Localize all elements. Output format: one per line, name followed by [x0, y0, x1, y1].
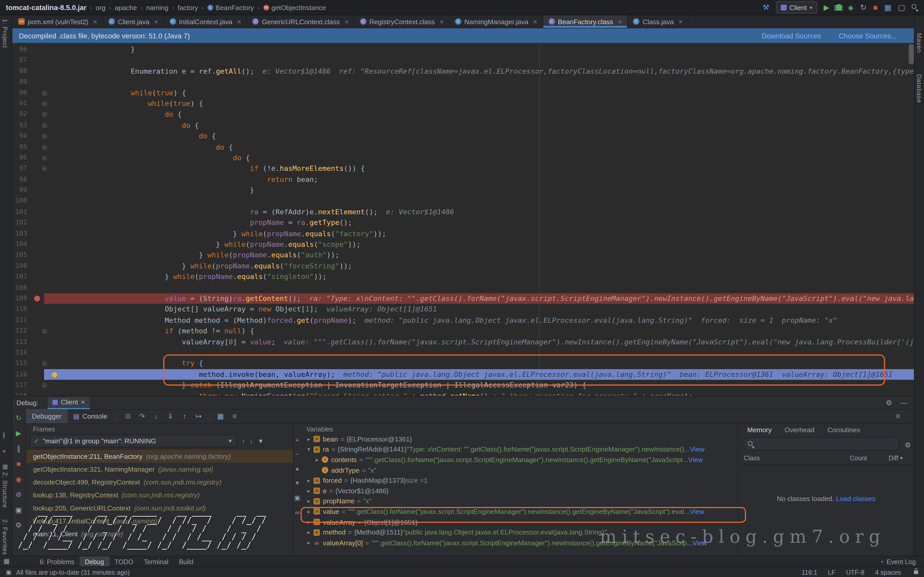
fold-icon[interactable]	[42, 329, 47, 333]
variable-row[interactable]: ▸≡propName="x"	[302, 496, 738, 506]
thread-selector[interactable]: ✓ "main"@1 in group "main": RUNNING ▼	[29, 435, 237, 447]
grid-stripe-icon[interactable]: ▦	[2, 463, 8, 470]
tool-window-switcher-icon[interactable]: ▦	[3, 558, 10, 566]
choose-sources-link[interactable]: Choose Sources...	[839, 31, 897, 40]
breadcrumb-item[interactable]: org	[96, 4, 105, 11]
remove-watch-button[interactable]: −	[296, 451, 299, 458]
gutter[interactable]	[28, 369, 97, 380]
rerun-button[interactable]: ↻	[16, 414, 22, 421]
restart-button[interactable]: ↻	[860, 3, 866, 11]
chevron-icon[interactable]: ▸	[313, 457, 320, 463]
watches-icon[interactable]: ∞	[295, 509, 300, 516]
gutter[interactable]	[28, 109, 97, 120]
gutter[interactable]	[28, 77, 97, 88]
editor-tab[interactable]: CClass.java×	[628, 15, 689, 27]
line-ending[interactable]: LF	[828, 569, 835, 575]
stack-frame-row[interactable]: getObjectInstance:321, NamingManager(jav…	[26, 463, 293, 476]
gutter[interactable]	[28, 88, 97, 98]
search-icon[interactable]	[912, 4, 918, 11]
force-step-into-button[interactable]: ⇓	[163, 412, 178, 421]
step-out-button[interactable]: ↑	[178, 412, 192, 421]
show-execution-point-button[interactable]: ⊙	[121, 412, 135, 421]
chevron-icon[interactable]: ▸	[305, 529, 312, 535]
chevron-icon[interactable]: ▸	[305, 477, 312, 484]
variable-row[interactable]: ▸≡forced={HashMap@1373} size = 1	[302, 475, 738, 485]
next-frame-button[interactable]: ↓	[250, 437, 253, 444]
gutter[interactable]	[28, 206, 97, 218]
gutter[interactable]	[28, 347, 97, 358]
gutter[interactable]	[28, 391, 97, 396]
close-icon[interactable]: ×	[618, 17, 622, 26]
run-to-cursor-button[interactable]: ↦	[192, 412, 206, 421]
gutter[interactable]	[28, 250, 97, 261]
windows-icon[interactable]: ▢	[898, 3, 905, 11]
editor-tab[interactable]: CInitialContext.java×	[164, 15, 247, 27]
gutter[interactable]	[28, 55, 97, 66]
close-icon[interactable]: ×	[345, 17, 349, 26]
variable-row[interactable]: ▸≡valueArray={Object[1]@1651}	[302, 517, 738, 527]
chevron-icon[interactable]: ▸	[305, 509, 312, 515]
memory-search-field[interactable]	[743, 437, 899, 450]
fold-icon[interactable]	[42, 383, 47, 387]
variable-row[interactable]: ▸≡value=""".getClass().forName("javax.sc…	[302, 506, 738, 517]
add-watch-button[interactable]: +	[296, 436, 299, 443]
gutter[interactable]	[28, 131, 97, 142]
wrench-icon[interactable]: ⚒	[762, 3, 770, 11]
execution-point-icon[interactable]	[52, 372, 57, 377]
tool-stripe-maven[interactable]: Maven	[916, 33, 923, 53]
tool-stripe-item[interactable]: 6: Problems	[34, 556, 80, 567]
debugger-tab[interactable]: Debugger	[26, 409, 68, 424]
prev-frame-button[interactable]: ↑	[242, 437, 245, 444]
memory-tab[interactable]: Overhead	[785, 426, 814, 433]
close-icon[interactable]: ×	[678, 17, 683, 26]
editor-tab[interactable]: CClient.java×	[103, 15, 164, 27]
tool-stripe-item[interactable]: Terminal	[139, 556, 173, 567]
tool-stripe-item[interactable]: TODO	[109, 556, 139, 567]
gutter[interactable]	[28, 293, 97, 304]
stop-button[interactable]: ■	[16, 460, 21, 467]
view-link[interactable]: View	[688, 456, 703, 463]
gutter[interactable]	[28, 282, 97, 293]
tool-stripe-project[interactable]: 1: Project	[2, 19, 9, 48]
caret-position[interactable]: 116:1	[801, 569, 817, 575]
variable-row[interactable]: ▾≡ra={StringRefAddr@1441} "Type: x\nCont…	[302, 444, 738, 455]
download-sources-link[interactable]: Download Sources	[762, 31, 821, 40]
editor-tab[interactable]: CBeanFactory.class×	[543, 15, 628, 27]
close-icon[interactable]: ×	[81, 398, 85, 405]
fold-icon[interactable]	[42, 362, 47, 366]
gutter[interactable]	[28, 185, 97, 196]
variable-row[interactable]: ▸≡e={Vector$1@1486}	[302, 486, 738, 496]
close-icon[interactable]: ×	[439, 17, 444, 26]
run-config-selector[interactable]: Client▾	[776, 1, 817, 14]
chevron-icon[interactable]: ▸	[305, 488, 312, 494]
fold-icon[interactable]	[42, 91, 47, 95]
gutter[interactable]	[28, 239, 97, 250]
evaluate-expression-button[interactable]: ▦	[213, 412, 228, 421]
tool-stripe-favorites[interactable]: 2: Favorites	[2, 519, 9, 555]
stack-frame-row[interactable]: getObjectInstance:211, BeanFactory(org.a…	[26, 450, 293, 463]
breadcrumb-item[interactable]: getObjectInstance	[271, 4, 326, 11]
fold-icon[interactable]	[42, 156, 47, 160]
code-editor[interactable]: 86 }8788 Enumeration e = ref.getAll();e:…	[12, 43, 915, 396]
chevron-icon[interactable]: ▸	[305, 436, 312, 442]
filter-frames-button[interactable]: ▼	[258, 437, 264, 444]
gutter[interactable]	[28, 142, 97, 153]
fold-icon[interactable]	[42, 145, 47, 149]
gutter[interactable]	[28, 98, 97, 109]
gutter[interactable]	[28, 304, 97, 315]
indent-setting[interactable]: 4 spaces	[875, 569, 901, 575]
debug-session-tab[interactable]: Client ×	[48, 396, 90, 409]
run-button[interactable]: ▶	[824, 3, 830, 11]
mute-breakpoints-button[interactable]: ⊘	[16, 491, 22, 498]
gutter[interactable]	[28, 326, 97, 337]
debugger-stripe-icon[interactable]: ∥	[2, 432, 5, 438]
event-log-button[interactable]: ◔Event Log	[880, 558, 921, 565]
gutter[interactable]	[28, 196, 97, 206]
editor-tab[interactable]: CRegistryContext.class×	[354, 15, 450, 27]
view-link[interactable]: View	[690, 446, 704, 453]
breadcrumb-item[interactable]: factory	[178, 4, 198, 11]
restore-layout-button[interactable]: ≡	[228, 412, 242, 421]
view-breakpoints-button[interactable]: ◉	[16, 476, 22, 483]
gutter[interactable]	[28, 66, 97, 77]
breakpoint-stripe-icon[interactable]: ●	[2, 447, 6, 454]
